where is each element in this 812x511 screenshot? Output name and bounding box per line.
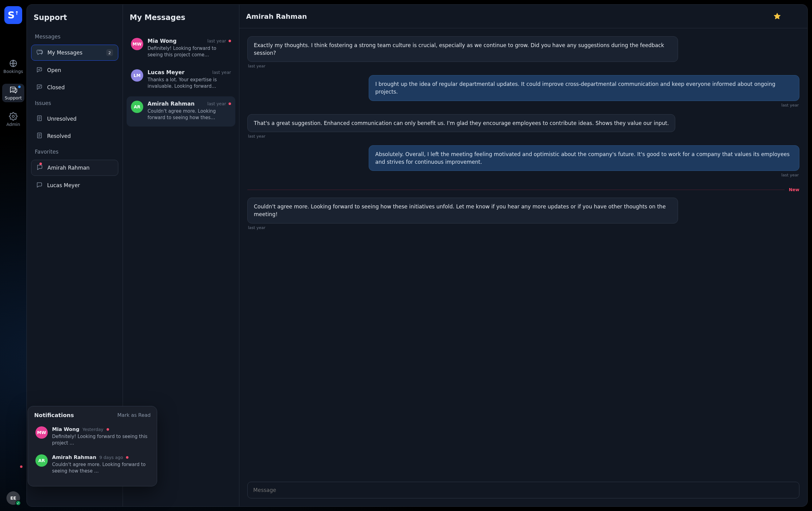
info-icon <box>791 12 798 20</box>
nav-item-label: Unresolved <box>47 116 77 122</box>
message-row: Exactly my thoughts. I think fostering a… <box>248 36 678 73</box>
chevron-down-icon <box>110 149 115 154</box>
conversation-title: Amirah Rahman <box>246 12 307 20</box>
message-bubble: That's a great suggestion. Enhanced comm… <box>248 114 675 132</box>
nav-item-resolved[interactable]: Resolved <box>31 128 118 144</box>
svg-point-2 <box>12 115 14 118</box>
section-label: Favorites <box>35 149 59 155</box>
message-time: last year <box>212 70 231 75</box>
globe-icon <box>9 59 18 68</box>
nav-item-unresolved[interactable]: Unresolved <box>31 111 118 126</box>
notification-item[interactable]: ARAmirah Rahman9 days agoCouldn't agree … <box>34 451 151 479</box>
support-title: Support <box>34 13 67 22</box>
chat-bubble-icon <box>36 49 43 57</box>
svg-point-0 <box>10 38 16 43</box>
notification-name: Amirah Rahman <box>52 454 96 460</box>
message-timestamp: last year <box>248 64 265 68</box>
unread-dot <box>229 40 231 42</box>
search-button[interactable] <box>5 32 22 49</box>
doc-icon <box>36 132 43 140</box>
info-button[interactable] <box>788 10 801 23</box>
nav-item-my-messages[interactable]: My Messages2 <box>31 44 118 61</box>
nav-item-amirah-rahman[interactable]: Amirah Rahman <box>31 160 118 176</box>
message-timestamp: last year <box>248 134 265 139</box>
chev-icon <box>110 150 115 154</box>
app-logo-glyph: S↑ <box>8 9 19 21</box>
nav-item-lucas-meyer[interactable]: Lucas Meyer <box>31 178 118 193</box>
star-button[interactable] <box>771 10 783 23</box>
check-msg-icon <box>36 66 43 74</box>
message-preview: Definitely! Looking forward to seeing th… <box>148 45 231 58</box>
send-button[interactable] <box>787 486 794 494</box>
chev-icon <box>110 34 115 39</box>
section-label: Messages <box>35 34 60 40</box>
section-issues[interactable]: Issues <box>31 97 118 109</box>
svg-point-9 <box>794 15 794 15</box>
nav-item-label: Amirah Rahman <box>48 165 90 171</box>
nav-item-closed[interactable]: Closed <box>31 80 118 95</box>
messages-list-title: My Messages <box>130 13 185 22</box>
global-rail: S↑ Bookings Support Admin EE ✓ <box>0 0 27 511</box>
msg-icon <box>36 181 43 189</box>
nav-item-label: Closed <box>47 84 65 90</box>
conversation-panel: Amirah Rahman Exactly my thoughts. I thi… <box>239 5 807 506</box>
message-time: last year <box>207 38 226 43</box>
avatar: MW <box>131 38 143 50</box>
message-input[interactable] <box>253 487 787 493</box>
notifications-button[interactable] <box>5 466 22 483</box>
avatar-initials: EE <box>10 495 16 501</box>
section-messages[interactable]: Messages <box>31 30 118 43</box>
chevron-down-icon <box>110 34 115 39</box>
message-item[interactable]: LMLucas Meyerlast yearThanks a lot. Your… <box>126 65 235 95</box>
message-row: I brought up the idea of regular departm… <box>369 75 800 112</box>
nav-item-label: Open <box>47 67 61 73</box>
nav-item-open[interactable]: Open <box>31 62 118 78</box>
app-logo[interactable]: S↑ <box>4 6 22 24</box>
support-more-button[interactable] <box>104 11 116 24</box>
avatar: AR <box>131 101 143 113</box>
message-bubble: Exactly my thoughts. I think fostering a… <box>248 36 678 62</box>
notification-text: Couldn't agree more. Looking forward to … <box>52 461 149 474</box>
nav-bookings[interactable]: Bookings <box>2 57 24 76</box>
send-icon <box>787 486 794 493</box>
star-icon <box>774 12 781 20</box>
current-user-avatar[interactable]: EE ✓ <box>6 491 20 505</box>
nav-support[interactable]: Support <box>2 84 24 102</box>
notification-text: Definitely! Looking forward to seeing th… <box>52 433 149 446</box>
msg-icon <box>36 164 43 172</box>
bell-icon <box>9 470 18 479</box>
edit-icon <box>223 14 230 21</box>
message-timestamp: last year <box>248 226 265 230</box>
message-timestamp: last year <box>781 103 799 108</box>
notification-item[interactable]: MWMia WongYesterdayDefinitely! Looking f… <box>34 423 151 451</box>
message-name: Amirah Rahman <box>148 101 195 107</box>
notification-time: Yesterday <box>83 427 104 432</box>
nav-bookings-label: Bookings <box>3 69 23 74</box>
notification-time: 9 days ago <box>99 455 123 460</box>
message-bubble: I brought up the idea of regular departm… <box>369 75 800 101</box>
check-msg-icon <box>36 83 43 91</box>
compose-button[interactable] <box>220 11 232 24</box>
message-timestamp: last year <box>781 173 799 177</box>
nav-item-label: Lucas Meyer <box>47 182 80 188</box>
message-preview: Couldn't agree more. Looking forward to … <box>148 108 231 121</box>
search-icon <box>9 36 18 45</box>
mark-as-read-button[interactable]: Mark as Read <box>117 412 151 418</box>
message-name: Mia Wong <box>148 38 176 44</box>
message-item[interactable]: MWMia Wonglast yearDefinitely! Looking f… <box>126 34 235 64</box>
message-item[interactable]: ARAmirah Rahmanlast yearCouldn't agree m… <box>126 96 235 126</box>
message-preview: Thanks a lot. Your expertise is invaluab… <box>148 77 231 90</box>
svg-point-5 <box>111 17 112 18</box>
notification-dot <box>20 465 23 468</box>
chat-icon <box>9 86 18 94</box>
section-favorites[interactable]: Favorites <box>31 146 118 158</box>
message-composer <box>248 482 800 499</box>
svg-point-3 <box>107 17 108 18</box>
dots-icon <box>106 14 113 21</box>
message-time: last year <box>207 101 226 106</box>
nav-support-indicator <box>18 86 21 88</box>
svg-point-4 <box>109 17 110 18</box>
nav-admin[interactable]: Admin <box>2 110 24 129</box>
section-label: Issues <box>35 100 51 106</box>
presence-check-icon: ✓ <box>16 500 21 506</box>
